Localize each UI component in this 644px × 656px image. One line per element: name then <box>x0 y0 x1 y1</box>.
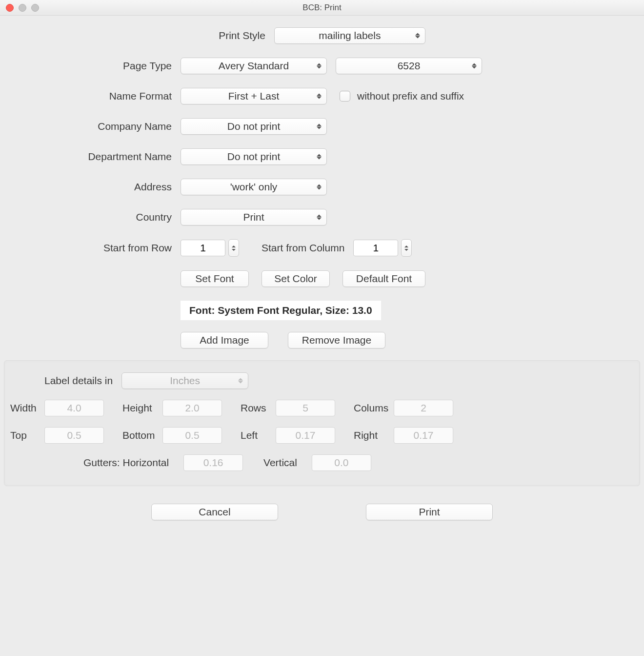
address-value: 'work' only <box>230 181 278 193</box>
chevron-updown-icon <box>415 33 420 39</box>
left-label: Left <box>222 430 276 441</box>
right-input <box>394 427 453 444</box>
units-value: Inches <box>170 375 200 387</box>
add-image-button[interactable]: Add Image <box>181 332 268 348</box>
company-name-label: Company Name <box>59 121 181 132</box>
width-label: Width <box>10 402 44 414</box>
cancel-button[interactable]: Cancel <box>151 504 278 520</box>
gutters-horizontal-label: Gutters: Horizontal <box>83 457 183 469</box>
name-format-label: Name Format <box>59 90 181 102</box>
address-select[interactable]: 'work' only <box>181 179 327 195</box>
start-col-input[interactable] <box>353 240 398 256</box>
height-label: Height <box>104 402 162 414</box>
start-row-label: Start from Row <box>59 242 181 254</box>
company-name-value: Do not print <box>227 121 281 132</box>
top-label: Top <box>10 430 44 441</box>
address-label: Address <box>59 181 181 193</box>
gutter-vertical-input <box>312 454 371 471</box>
titlebar: BCB: Print <box>0 0 644 16</box>
department-name-label: Department Name <box>59 151 181 163</box>
chevron-updown-icon <box>472 63 477 69</box>
without-affix-label: without prefix and suffix <box>357 90 464 102</box>
print-style-label: Print Style <box>219 30 274 41</box>
left-input <box>276 427 335 444</box>
country-value: Print <box>243 211 264 223</box>
print-button[interactable]: Print <box>366 504 493 520</box>
width-input <box>44 400 104 416</box>
department-name-value: Do not print <box>227 151 281 163</box>
chevron-updown-icon <box>317 184 322 190</box>
right-label: Right <box>335 430 394 441</box>
start-col-label: Start from Column <box>262 242 353 254</box>
company-name-select[interactable]: Do not print <box>181 118 327 135</box>
chevron-updown-icon <box>317 63 322 69</box>
department-name-select[interactable]: Do not print <box>181 148 327 165</box>
bottom-input <box>162 427 222 444</box>
units-select: Inches <box>121 372 248 389</box>
colums-input <box>394 400 453 416</box>
chevron-updown-icon <box>317 94 322 99</box>
rows-label: Rows <box>222 402 276 414</box>
country-select[interactable]: Print <box>181 209 327 226</box>
top-input <box>44 427 104 444</box>
page-type-number-value: 6528 <box>398 60 421 72</box>
window-title: BCB: Print <box>0 3 644 13</box>
chevron-updown-icon <box>317 154 322 160</box>
chevron-updown-icon <box>317 215 322 220</box>
print-style-value: mailing labels <box>319 30 381 41</box>
name-format-select[interactable]: First + Last <box>181 88 327 104</box>
page-type-vendor-select[interactable]: Avery Standard <box>181 58 327 74</box>
page-type-label: Page Type <box>59 60 181 72</box>
without-affix-checkbox[interactable] <box>340 91 350 102</box>
bottom-label: Bottom <box>104 430 162 441</box>
name-format-value: First + Last <box>228 90 279 102</box>
vertical-label: Vertical <box>243 457 312 469</box>
label-details-panel: Label details in Inches Width Height Row… <box>4 360 640 486</box>
set-color-button[interactable]: Set Color <box>262 270 330 287</box>
default-font-button[interactable]: Default Font <box>342 270 425 287</box>
start-row-stepper[interactable] <box>228 239 239 257</box>
rows-input <box>276 400 335 416</box>
chevron-updown-icon <box>317 124 322 129</box>
label-details-in-label: Label details in <box>44 375 121 387</box>
colums-label: Colums <box>335 402 394 414</box>
country-label: Country <box>59 211 181 223</box>
page-type-vendor-value: Avery Standard <box>219 60 289 72</box>
font-display: Font: System Font Regular, Size: 13.0 <box>181 301 381 320</box>
print-style-select[interactable]: mailing labels <box>274 27 425 44</box>
start-col-stepper[interactable] <box>401 239 412 257</box>
set-font-button[interactable]: Set Font <box>181 270 249 287</box>
gutter-horizontal-input <box>183 454 243 471</box>
start-row-input[interactable] <box>181 240 225 256</box>
height-input <box>162 400 222 416</box>
remove-image-button[interactable]: Remove Image <box>288 332 385 348</box>
chevron-updown-icon <box>238 378 243 384</box>
page-type-number-select[interactable]: 6528 <box>336 58 482 74</box>
